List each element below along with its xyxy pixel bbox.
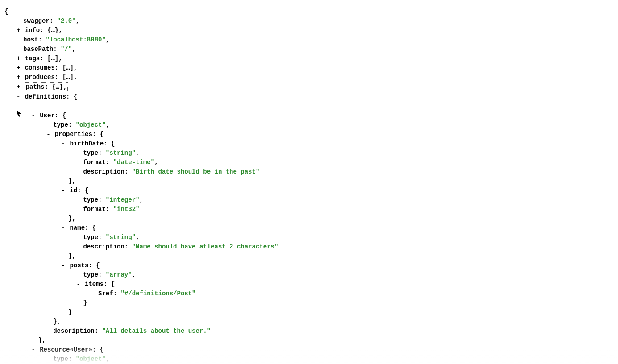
json-tree: { swagger: "2.0", + info: {…}, host: "lo… xyxy=(4,7,614,364)
paths-line[interactable]: + paths: {…}, xyxy=(4,82,614,92)
birthdate-type-line: type: "string", xyxy=(4,149,614,158)
name-type-line: type: "string", xyxy=(4,233,614,242)
definitions-line[interactable]: - definitions: { xyxy=(4,92,614,111)
collapse-icon[interactable]: - xyxy=(46,130,51,139)
posts-close: } xyxy=(4,308,614,317)
id-close: }, xyxy=(4,214,614,223)
collapse-icon[interactable]: - xyxy=(61,139,66,149)
expand-icon[interactable]: + xyxy=(16,26,21,35)
resourceuser-type-line: type: "object", xyxy=(4,355,614,364)
window-top-border xyxy=(4,4,614,4)
user-close: }, xyxy=(4,336,614,345)
produces-line[interactable]: + produces: […], xyxy=(4,73,614,82)
user-type-line: type: "object", xyxy=(4,120,614,130)
expand-icon[interactable]: + xyxy=(16,63,21,73)
consumes-line[interactable]: + consumes: […], xyxy=(4,63,614,73)
expand-icon[interactable]: + xyxy=(16,73,21,82)
id-format-line: format: "int32" xyxy=(4,205,614,214)
expand-icon[interactable]: + xyxy=(16,54,21,63)
paths-focused[interactable]: paths: {…}, xyxy=(25,82,68,92)
collapse-icon[interactable]: - xyxy=(31,345,36,355)
swagger-line: swagger: "2.0", xyxy=(4,17,614,26)
posts-line[interactable]: - posts: { xyxy=(4,261,614,270)
collapse-icon[interactable]: - xyxy=(16,92,21,102)
posts-ref-line: $ref: "#/definitions/Post" xyxy=(4,289,614,298)
user-desc-line: description: "All details about the user… xyxy=(4,327,614,336)
tags-line[interactable]: + tags: […], xyxy=(4,54,614,63)
collapse-icon[interactable]: - xyxy=(61,261,66,270)
birthdate-close: }, xyxy=(4,177,614,186)
collapse-icon[interactable]: - xyxy=(31,111,36,120)
name-close: }, xyxy=(4,252,614,261)
expand-icon[interactable]: + xyxy=(16,83,21,92)
root-open: { xyxy=(4,7,614,17)
birthdate-line[interactable]: - birthDate: { xyxy=(4,139,614,149)
id-line[interactable]: - id: { xyxy=(4,186,614,195)
name-line[interactable]: - name: { xyxy=(4,223,614,233)
id-type-line: type: "integer", xyxy=(4,195,614,205)
collapse-icon[interactable]: - xyxy=(76,280,81,289)
posts-type-line: type: "array", xyxy=(4,270,614,280)
name-desc-line: description: "Name should have atleast 2… xyxy=(4,242,614,252)
info-line[interactable]: + info: {…}, xyxy=(4,26,614,35)
user-properties-line[interactable]: - properties: { xyxy=(4,130,614,139)
host-line: host: "localhost:8080", xyxy=(4,35,614,45)
user-line[interactable]: - User: { xyxy=(4,111,614,120)
posts-items-close: } xyxy=(4,298,614,308)
resourceuser-line[interactable]: - Resource«User»: { xyxy=(4,345,614,355)
posts-items-line[interactable]: - items: { xyxy=(4,280,614,289)
basepath-line: basePath: "/", xyxy=(4,45,614,54)
collapse-icon[interactable]: - xyxy=(61,223,66,233)
user-properties-close: }, xyxy=(4,317,614,327)
birthdate-desc-line: description: "Birth date should be in th… xyxy=(4,167,614,177)
collapse-icon[interactable]: - xyxy=(61,186,66,195)
birthdate-format-line: format: "date-time", xyxy=(4,158,614,167)
